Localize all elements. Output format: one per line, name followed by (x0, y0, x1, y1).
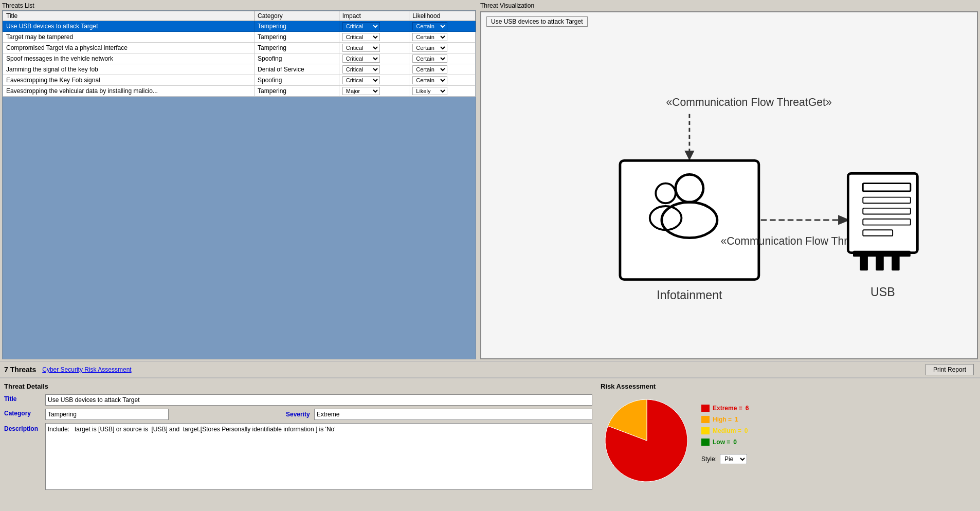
visualization-box: Use USB devices to attack Target «Commun… (480, 11, 978, 359)
cell-likelihood[interactable]: CertainLikelyPossibleUnlikely (409, 75, 476, 86)
threats-panel: Threats List Title Category Impact Likel… (0, 0, 478, 361)
high-count: 1 (735, 416, 738, 423)
likelihood-select[interactable]: CertainLikelyPossibleUnlikely (412, 44, 447, 52)
cell-impact[interactable]: CriticalMajorModerateMinor (339, 86, 409, 97)
cell-title: Jamming the signal of the key fob (3, 64, 255, 75)
impact-select[interactable]: CriticalMajorModerateMinor (342, 44, 380, 52)
likelihood-select[interactable]: CertainLikelyPossibleUnlikely (412, 33, 447, 41)
cell-category: Denial of Service (254, 64, 339, 75)
category-severity-row: Severity (45, 409, 592, 420)
svg-text:Infotainment: Infotainment (657, 288, 722, 302)
cell-impact[interactable]: CriticalMajorModerateMinor (339, 53, 409, 64)
cell-likelihood[interactable]: CertainLikelyPossibleUnlikely (409, 53, 476, 64)
likelihood-select[interactable]: CertainLikelyPossibleUnlikely (412, 65, 447, 74)
svg-text:USB: USB (870, 285, 895, 299)
threat-details-title: Threat Details (4, 382, 592, 390)
col-impact: Impact (339, 11, 409, 21)
category-label: Category (4, 409, 45, 417)
impact-select[interactable]: CriticalMajorModerateMinor (342, 22, 380, 30)
style-label: Style: (701, 455, 717, 463)
table-row[interactable]: Compromised Target via a physical interf… (3, 43, 476, 53)
legend-medium: Medium = 0 (701, 427, 749, 434)
table-row[interactable]: Jamming the signal of the key fobDenial … (3, 64, 476, 75)
cell-category: Tampering (254, 86, 339, 97)
cell-title: Eavesdropping the vehicular data by inst… (3, 86, 255, 97)
low-color-box (701, 439, 710, 446)
title-label: Title (4, 394, 45, 403)
cell-impact[interactable]: CriticalMajorModerateMinor (339, 64, 409, 75)
description-textarea[interactable] (45, 423, 592, 490)
table-row[interactable]: Target may be tamperedTamperingCriticalM… (3, 32, 476, 43)
cell-impact[interactable]: CriticalMajorModerateMinor (339, 32, 409, 43)
likelihood-select[interactable]: CertainLikelyPossibleUnlikely (412, 87, 447, 95)
impact-select[interactable]: CriticalMajorModerateMinor (342, 54, 380, 63)
high-color-box (701, 416, 710, 423)
main-container: Threats List Title Category Impact Likel… (0, 0, 980, 511)
likelihood-select[interactable]: CertainLikelyPossibleUnlikely (412, 76, 447, 84)
svg-text:«Communication Flow ThreatGet»: «Communication Flow ThreatGet» (666, 96, 831, 108)
legend-extreme: Extreme = 6 (701, 405, 749, 412)
table-row[interactable]: Spoof messages in the vehicle networkSpo… (3, 53, 476, 64)
svg-rect-12 (848, 173, 917, 252)
category-input[interactable] (45, 409, 169, 420)
risk-assessment-title: Risk Assessment (601, 382, 976, 390)
threat-details-panel: Threat Details Title Category Severity D… (0, 378, 596, 511)
risk-content: Extreme = 6 High = 1 Medium = 0 (601, 394, 976, 487)
cell-title: Compromised Target via a physical interf… (3, 43, 255, 53)
svg-rect-16 (853, 251, 911, 257)
cell-likelihood[interactable]: CertainLikelyPossibleUnlikely (409, 43, 476, 53)
impact-select[interactable]: CriticalMajorModerateMinor (342, 87, 380, 95)
category-row: Category Severity (4, 409, 592, 420)
impact-select[interactable]: CriticalMajorModerateMinor (342, 76, 380, 84)
col-category: Category (254, 11, 339, 21)
col-title: Title (3, 11, 255, 21)
table-row[interactable]: Eavesdropping the Key Fob signalSpoofing… (3, 75, 476, 86)
title-row: Title (4, 394, 592, 406)
cell-impact[interactable]: CriticalMajorModerateMinor (339, 43, 409, 53)
medium-count: 0 (745, 427, 748, 434)
legend-high: High = 1 (701, 416, 749, 423)
low-count: 0 (733, 439, 737, 446)
threats-table: Title Category Impact Likelihood Use USB… (3, 11, 476, 97)
bottom-bar: 7 Threats Cyber Security Risk Assessment… (0, 361, 980, 377)
cell-category: Tampering (254, 43, 339, 53)
cell-category: Spoofing (254, 53, 339, 64)
medium-color-box (701, 427, 710, 434)
viz-svg: «Communication Flow ThreatGet» (481, 12, 977, 358)
severity-label: Severity (286, 411, 310, 418)
impact-select[interactable]: CriticalMajorModerateMinor (342, 33, 380, 41)
table-row[interactable]: Eavesdropping the vehicular data by inst… (3, 86, 476, 97)
cyber-security-link[interactable]: Cyber Security Risk Assessment (42, 366, 131, 373)
high-label: High = (713, 416, 732, 423)
extreme-count: 6 (746, 405, 749, 412)
cell-likelihood[interactable]: CertainLikelyPossibleUnlikely (409, 32, 476, 43)
col-likelihood: Likelihood (409, 11, 476, 21)
cell-likelihood[interactable]: CertainLikelyPossibleUnlikely (409, 86, 476, 97)
style-select[interactable]: Pie Bar Line (720, 454, 747, 464)
title-input[interactable] (45, 394, 592, 406)
cell-likelihood[interactable]: CertainLikelyPossibleUnlikely (409, 21, 476, 32)
impact-select[interactable]: CriticalMajorModerateMinor (342, 65, 380, 74)
cell-category: Tampering (254, 32, 339, 43)
pie-svg (601, 394, 693, 487)
cell-impact[interactable]: CriticalMajorModerateMinor (339, 75, 409, 86)
visualization-title: Threat Visualization (480, 2, 978, 9)
print-report-button[interactable]: Print Report (925, 364, 974, 375)
bottom-section: Threat Details Title Category Severity D… (0, 377, 980, 511)
extreme-label: Extreme = (713, 405, 742, 412)
legend-low: Low = 0 (701, 439, 749, 446)
likelihood-select[interactable]: CertainLikelyPossibleUnlikely (412, 54, 447, 63)
pie-chart (601, 394, 693, 487)
likelihood-select[interactable]: CertainLikelyPossibleUnlikely (412, 22, 447, 30)
severity-input[interactable] (314, 409, 592, 420)
cell-title: Use USB devices to attack Target (3, 21, 255, 32)
cell-category: Tampering (254, 21, 339, 32)
cell-title: Eavesdropping the Key Fob signal (3, 75, 255, 86)
cell-title: Spoof messages in the vehicle network (3, 53, 255, 64)
legend-container: Extreme = 6 High = 1 Medium = 0 (701, 394, 749, 464)
low-label: Low = (713, 439, 730, 446)
table-row[interactable]: Use USB devices to attack TargetTamperin… (3, 21, 476, 32)
cell-likelihood[interactable]: CertainLikelyPossibleUnlikely (409, 64, 476, 75)
cell-impact[interactable]: CriticalMajorModerateMinor (339, 21, 409, 32)
cell-title: Target may be tampered (3, 32, 255, 43)
